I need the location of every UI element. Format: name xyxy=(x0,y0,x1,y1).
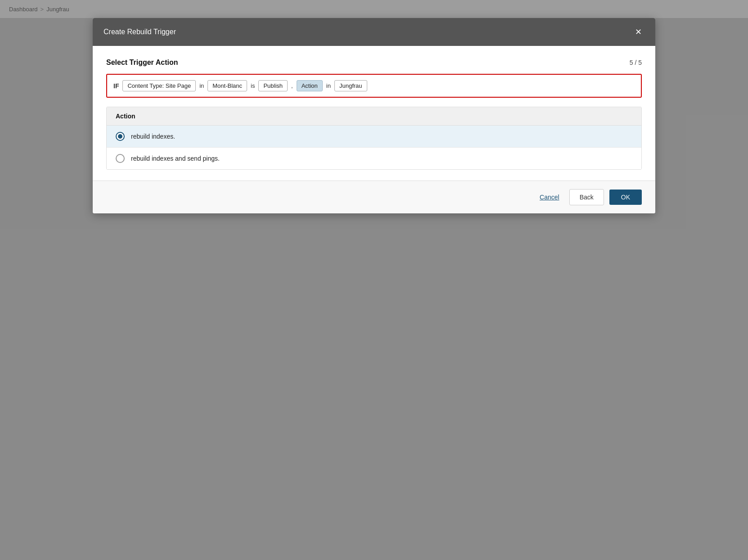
section-title: Select Trigger Action xyxy=(106,59,178,67)
radio-rebuild-indexes[interactable] xyxy=(116,132,125,141)
ok-button[interactable]: OK xyxy=(609,190,642,205)
comma: , xyxy=(291,82,293,89)
cancel-button[interactable]: Cancel xyxy=(535,190,564,204)
radio-rebuild-send-pings[interactable] xyxy=(116,154,125,163)
action-table: Action rebuild indexes. rebuild indexes … xyxy=(106,107,642,170)
action-row-rebuild-indexes[interactable]: rebuild indexes. xyxy=(107,126,641,148)
modal-header: Create Rebuild Trigger ✕ xyxy=(93,18,655,46)
modal-container: Create Rebuild Trigger ✕ Select Trigger … xyxy=(93,18,655,213)
action-row-rebuild-send-pings[interactable]: rebuild indexes and send pings. xyxy=(107,148,641,169)
modal-overlay: Create Rebuild Trigger ✕ Select Trigger … xyxy=(0,0,748,560)
modal-close-button[interactable]: ✕ xyxy=(632,26,644,38)
jungfrau-tag: Jungfrau xyxy=(334,80,367,91)
step-indicator: 5 / 5 xyxy=(630,59,642,66)
modal-body: Select Trigger Action 5 / 5 IF Content T… xyxy=(93,46,655,181)
in-text-2: in xyxy=(326,82,331,89)
is-text: is xyxy=(251,82,255,89)
section-header: Select Trigger Action 5 / 5 xyxy=(106,59,642,67)
action-label-rebuild-send-pings: rebuild indexes and send pings. xyxy=(131,155,220,162)
publish-tag: Publish xyxy=(258,80,288,91)
back-button[interactable]: Back xyxy=(569,189,604,205)
action-table-header: Action xyxy=(107,107,641,126)
modal-title: Create Rebuild Trigger xyxy=(104,28,176,36)
content-type-tag: Content Type: Site Page xyxy=(122,80,196,91)
location-tag: Mont-Blanc xyxy=(207,80,247,91)
trigger-condition-row: IF Content Type: Site Page in Mont-Blanc… xyxy=(106,74,642,98)
action-label-rebuild-indexes: rebuild indexes. xyxy=(131,133,175,140)
if-label: IF xyxy=(113,82,119,90)
modal-footer: Cancel Back OK xyxy=(93,181,655,213)
page-wrapper: Dashboard > Jungfrau Create Rebuild Trig… xyxy=(0,0,748,560)
in-text-1: in xyxy=(199,82,204,89)
action-tag: Action xyxy=(297,80,323,91)
